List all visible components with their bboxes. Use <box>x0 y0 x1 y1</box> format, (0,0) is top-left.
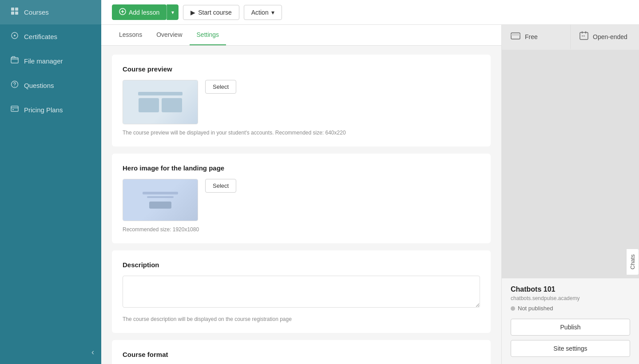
add-lesson-dropdown-button[interactable]: ▾ <box>167 4 179 20</box>
sidebar-item-pricing-plans-label: Pricing Plans <box>24 106 63 114</box>
course-preview-select-button[interactable]: Select <box>205 80 236 94</box>
tab-settings[interactable]: Settings <box>190 25 226 45</box>
add-lesson-label: Add lesson <box>129 9 159 16</box>
course-preview-title: Course preview <box>123 65 480 73</box>
svg-rect-12 <box>511 33 520 39</box>
hero-thumbnail <box>123 179 198 221</box>
description-card: Description The course description will … <box>112 250 491 333</box>
start-course-button[interactable]: ▶ Start course <box>183 5 239 20</box>
tabs: Lessons Overview Settings <box>101 25 501 46</box>
sidebar-item-file-manager-label: File manager <box>24 57 63 65</box>
course-preview-area <box>502 50 639 278</box>
start-course-label: Start course <box>198 9 231 16</box>
status-text: Not published <box>518 305 553 312</box>
hero-image-title: Hero image for the landing page <box>123 164 480 172</box>
pricing-type-open-ended[interactable]: Open-ended <box>571 25 639 50</box>
sidebar-item-certificates[interactable]: Certificates <box>0 24 101 49</box>
svg-point-8 <box>14 86 15 87</box>
sidebar-item-file-manager[interactable]: File manager <box>0 49 101 73</box>
hero-bar-1 <box>143 192 178 194</box>
status-dot <box>511 306 515 311</box>
sidebar-item-courses[interactable]: Courses <box>0 0 101 24</box>
action-button[interactable]: Action ▾ <box>244 5 282 20</box>
status-row: Not published <box>511 305 630 312</box>
center-panel: Lessons Overview Settings Course preview <box>101 25 501 364</box>
description-title: Description <box>123 261 480 269</box>
pricing-type-free[interactable]: Free <box>502 25 571 50</box>
hero-image-select-button[interactable]: Select <box>205 179 236 193</box>
pricing-free-label: Free <box>525 33 538 40</box>
svg-rect-10 <box>12 109 14 110</box>
main-wrapper: Add lesson ▾ ▶ Start course Action ▾ Les… <box>101 0 639 364</box>
settings-content: Course preview Select <box>101 46 501 364</box>
course-format-title: Course format <box>123 351 480 358</box>
right-panel: Free Open-ended Chatbots 101 chatbots.se… <box>501 25 639 364</box>
svg-rect-9 <box>11 106 18 111</box>
hero-image-card: Hero image for the landing page Select R… <box>112 154 491 243</box>
toolbar: Add lesson ▾ ▶ Start course Action ▾ <box>101 0 639 25</box>
sidebar-item-pricing-plans[interactable]: Pricing Plans <box>0 98 101 122</box>
play-icon: ▶ <box>191 9 195 16</box>
svg-rect-15 <box>582 36 583 36</box>
course-title-right: Chatbots 101 <box>511 285 630 293</box>
svg-rect-1 <box>15 8 18 11</box>
svg-rect-2 <box>11 12 14 15</box>
sidebar-item-questions[interactable]: Questions <box>0 73 101 98</box>
tab-overview[interactable]: Overview <box>149 25 189 45</box>
site-settings-button[interactable]: Site settings <box>511 340 630 357</box>
courses-icon <box>11 7 19 17</box>
svg-rect-6 <box>11 58 18 63</box>
add-lesson-button[interactable]: Add lesson <box>112 4 167 20</box>
thumb-bar-3 <box>162 98 182 112</box>
thumb-bars-row <box>139 98 182 112</box>
content-layout: Lessons Overview Settings Course preview <box>101 25 639 364</box>
description-hint: The course description will be displayed… <box>123 316 480 322</box>
hero-bar-2 <box>147 196 174 198</box>
thumb-bar-2 <box>139 98 159 112</box>
sidebar-item-certificates-label: Certificates <box>24 33 57 40</box>
svg-point-5 <box>14 35 16 36</box>
course-preview-card: Course preview Select <box>112 55 491 146</box>
file-manager-icon <box>11 56 19 66</box>
sidebar-item-courses-label: Courses <box>24 8 49 16</box>
sidebar-collapse-button[interactable]: ‹ <box>91 348 94 357</box>
chats-tab[interactable]: Chats <box>626 249 639 275</box>
sidebar-item-questions-label: Questions <box>24 82 54 89</box>
publish-button[interactable]: Publish <box>511 319 630 336</box>
pricing-plans-icon <box>11 105 19 115</box>
thumb-bar-1 <box>138 92 183 95</box>
tab-lessons[interactable]: Lessons <box>112 25 149 45</box>
svg-rect-3 <box>15 12 18 15</box>
hero-image-hint: Recommended size: 1920x1080 <box>123 226 480 233</box>
course-preview-row: Select <box>123 80 480 124</box>
action-dropdown-icon: ▾ <box>271 9 274 16</box>
pricing-open-ended-label: Open-ended <box>593 33 627 40</box>
svg-rect-16 <box>583 36 585 36</box>
action-label: Action <box>251 9 269 16</box>
course-info-box: Chatbots 101 chatbots.sendpulse.academy … <box>502 278 639 364</box>
svg-rect-0 <box>11 8 14 11</box>
course-url-right: chatbots.sendpulse.academy <box>511 295 630 301</box>
course-preview-hint: The course preview will be displayed in … <box>123 130 480 136</box>
course-format-section: Course format Open-ended ▲ Open-ended Sp… <box>112 340 491 364</box>
free-icon <box>511 32 520 42</box>
certificates-icon <box>11 32 19 42</box>
pricing-header: Free Open-ended <box>502 25 639 50</box>
hero-thumb-inner <box>123 179 198 221</box>
questions-icon <box>11 80 19 91</box>
course-preview-thumbnail <box>123 80 198 124</box>
open-ended-icon <box>579 31 588 42</box>
hero-image-row: Select <box>123 179 480 221</box>
plus-circle-icon <box>119 8 126 16</box>
sidebar-collapse-area: ‹ <box>0 340 101 364</box>
sidebar: Courses Certificates File manager Questi… <box>0 0 101 364</box>
svg-rect-13 <box>511 34 520 36</box>
description-input[interactable] <box>123 276 480 308</box>
hero-bar-3 <box>149 202 171 209</box>
add-lesson-group: Add lesson ▾ <box>112 4 179 20</box>
thumbnail-inner <box>123 80 198 124</box>
